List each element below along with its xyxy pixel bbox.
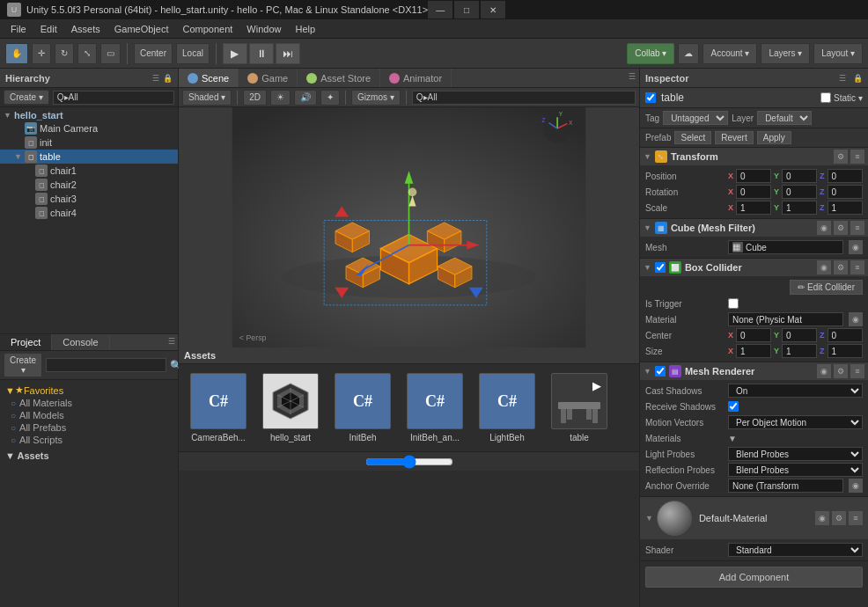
transform-menu-btn[interactable]: ≡ <box>850 150 864 164</box>
scene-viewport[interactable]: X Y Z < Persp <box>179 107 639 347</box>
tool-scale[interactable]: ⤡ <box>77 43 97 64</box>
materials-expand-arrow[interactable]: ▼ <box>728 434 737 443</box>
tab-console[interactable]: Console <box>52 334 109 350</box>
pos-z-input[interactable] <box>828 169 863 183</box>
box-collider-enable-checkbox[interactable] <box>655 262 666 273</box>
asset-item-initbeh[interactable]: C# InitBeh <box>332 373 394 442</box>
pos-x-input[interactable] <box>736 169 771 183</box>
menu-gameobject[interactable]: GameObject <box>107 22 176 36</box>
material-menu-btn[interactable]: ≡ <box>849 511 863 525</box>
mesh-filter-header[interactable]: ▼ ▦ Cube (Mesh Filter) ◉ ⚙ ≡ <box>640 219 868 237</box>
project-search-input[interactable] <box>46 358 166 372</box>
project-options[interactable]: ☰ <box>166 334 178 350</box>
menu-component[interactable]: Component <box>175 22 239 36</box>
tab-asset-store[interactable]: Asset Store <box>298 69 380 87</box>
tool-move[interactable]: ✛ <box>32 43 51 64</box>
hierarchy-search-input[interactable] <box>53 91 174 105</box>
hierarchy-item-chair3[interactable]: ◻ chair3 <box>0 192 178 206</box>
static-dropdown-arrow[interactable]: ▾ <box>858 93 863 103</box>
menu-edit[interactable]: Edit <box>33 22 64 36</box>
sx-input[interactable] <box>736 344 771 358</box>
asset-item-table[interactable]: ▶ table <box>548 373 610 442</box>
effects-button[interactable]: ✦ <box>320 90 340 106</box>
minimize-button[interactable]: — <box>428 1 452 18</box>
receive-shadows-checkbox[interactable] <box>728 401 739 412</box>
revert-button[interactable]: Revert <box>715 131 753 144</box>
mesh-select-btn[interactable]: ◉ <box>849 240 863 254</box>
pos-y-input[interactable] <box>782 169 817 183</box>
cx-input[interactable] <box>736 328 771 342</box>
select-button[interactable]: Select <box>674 131 711 144</box>
layout-button[interactable]: Layout ▾ <box>813 43 863 64</box>
hierarchy-item-chair2[interactable]: ◻ chair2 <box>0 178 178 192</box>
mesh-renderer-ref-btn[interactable]: ◉ <box>817 364 831 378</box>
tool-rect[interactable]: ▭ <box>100 43 121 64</box>
reflection-probes-dropdown[interactable]: Blend Probes Off <box>728 463 863 477</box>
cloud-button[interactable]: ☁ <box>678 43 699 64</box>
collab-button[interactable]: Collab ▾ <box>627 43 674 64</box>
assets-folder[interactable]: ▼ Assets <box>4 450 174 462</box>
light-probes-dropdown[interactable]: Blend Probes Off <box>728 447 863 461</box>
assets-size-slider[interactable] <box>365 455 453 469</box>
tab-scene[interactable]: Scene <box>179 69 239 87</box>
object-active-checkbox[interactable] <box>645 92 656 103</box>
hierarchy-options-icon[interactable]: ☰ <box>152 74 159 83</box>
rot-y-input[interactable] <box>782 185 817 199</box>
cy-input[interactable] <box>782 328 817 342</box>
box-collider-header[interactable]: ▼ ⬜ Box Collider ◉ ⚙ ≡ <box>640 259 868 276</box>
sz-input[interactable] <box>828 344 863 358</box>
menu-help[interactable]: Help <box>288 22 322 36</box>
cz-input[interactable] <box>828 328 863 342</box>
material-select-btn[interactable]: ◉ <box>849 312 863 326</box>
static-checkbox[interactable] <box>820 92 831 103</box>
asset-item-camerabeh[interactable]: C# CameraBeh... <box>188 373 249 442</box>
fav-all-prefabs[interactable]: ○ All Prefabs <box>4 421 174 434</box>
lighting-button[interactable]: ☀ <box>270 90 291 106</box>
hierarchy-item-scene[interactable]: ▼ hello_start <box>0 109 178 121</box>
transform-settings-btn[interactable]: ⚙ <box>834 150 848 164</box>
box-collider-menu-btn[interactable]: ≡ <box>850 260 864 274</box>
box-collider-ref-btn[interactable]: ◉ <box>817 260 831 274</box>
transform-header[interactable]: ▼ ⤡ Transform ⚙ ≡ <box>640 148 868 165</box>
asset-item-hello-start[interactable]: hello_start <box>260 373 321 442</box>
material-value-field[interactable]: None (Physic Mat <box>728 312 843 326</box>
motion-vectors-dropdown[interactable]: Per Object Motion Camera Motion Force No… <box>728 415 863 429</box>
mesh-renderer-menu-btn[interactable]: ≡ <box>850 364 864 378</box>
scene-tabs-options[interactable]: ☰ <box>625 69 639 87</box>
mesh-filter-ref-btn[interactable]: ◉ <box>817 221 831 235</box>
tag-dropdown[interactable]: Untagged <box>663 111 728 125</box>
layer-dropdown[interactable]: Default <box>757 111 812 125</box>
shader-dropdown[interactable]: Standard <box>728 543 863 557</box>
mesh-renderer-enable-checkbox[interactable] <box>655 366 666 377</box>
tab-animator[interactable]: Animator <box>380 69 452 87</box>
hierarchy-item-table[interactable]: ▼ ◻ table <box>0 150 178 164</box>
center-button[interactable]: Center <box>134 43 173 64</box>
inspector-options-icon[interactable]: ☰ <box>839 74 846 83</box>
account-button[interactable]: Account ▾ <box>702 43 757 64</box>
play-button[interactable]: ▶ <box>223 43 247 64</box>
mesh-filter-settings-btn[interactable]: ⚙ <box>834 221 848 235</box>
fav-all-models[interactable]: ○ All Models <box>4 409 174 421</box>
tab-game[interactable]: Game <box>239 69 298 87</box>
shading-dropdown[interactable]: Shaded ▾ <box>182 90 232 106</box>
sy-input[interactable] <box>782 344 817 358</box>
maximize-button[interactable]: □ <box>454 1 479 18</box>
mesh-renderer-header[interactable]: ▼ ▤ Mesh Renderer ◉ ⚙ ≡ <box>640 362 868 380</box>
sca-x-input[interactable] <box>736 201 771 215</box>
tab-project[interactable]: Project <box>0 334 52 350</box>
fav-all-materials[interactable]: ○ All Materials <box>4 397 174 409</box>
rot-x-input[interactable] <box>736 185 771 199</box>
rot-z-input[interactable] <box>828 185 863 199</box>
menu-file[interactable]: File <box>4 22 33 36</box>
mode-2d-button[interactable]: 2D <box>243 90 267 106</box>
scene-search-input[interactable] <box>412 91 636 105</box>
hierarchy-item-main-camera[interactable]: 📷 Main Camera <box>0 121 178 135</box>
local-button[interactable]: Local <box>176 43 210 64</box>
asset-item-lightbeh[interactable]: C# LightBeh <box>476 373 538 442</box>
hierarchy-item-init[interactable]: ◻ init <box>0 135 178 150</box>
audio-button[interactable]: 🔊 <box>294 90 317 106</box>
hierarchy-create-button[interactable]: Create ▾ <box>4 90 49 105</box>
material-header[interactable]: ▼ Default-Material ◉ ⚙ ≡ <box>640 497 868 539</box>
tool-hand[interactable]: ✋ <box>5 43 28 64</box>
asset-item-initbeh-an[interactable]: C# InitBeh_an... <box>404 373 466 442</box>
